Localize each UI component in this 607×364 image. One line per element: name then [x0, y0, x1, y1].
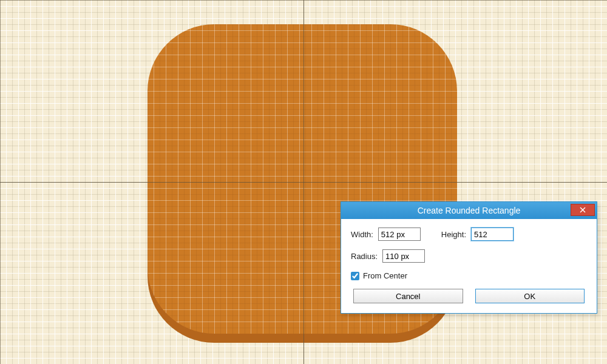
radius-label: Radius: — [351, 252, 378, 261]
grid-axis-horizontal — [0, 182, 607, 183]
from-center-label: From Center — [363, 271, 407, 280]
radius-row: Radius: — [351, 249, 587, 263]
radius-input[interactable] — [382, 249, 425, 263]
dialog-body: Width: Height: Radius: From Center Cance… — [341, 219, 597, 313]
dialog-button-row: Cancel OK — [351, 289, 587, 306]
ok-button[interactable]: OK — [475, 289, 585, 303]
dialog-title: Create Rounded Rectangle — [341, 206, 597, 215]
from-center-checkbox[interactable] — [351, 272, 359, 280]
height-label: Height: — [441, 230, 466, 239]
width-input[interactable] — [378, 228, 421, 241]
create-rounded-rectangle-dialog: Create Rounded Rectangle Width: Height: … — [341, 201, 597, 314]
dialog-titlebar[interactable]: Create Rounded Rectangle — [341, 202, 597, 219]
close-button[interactable] — [571, 204, 595, 216]
cancel-button[interactable]: Cancel — [353, 289, 463, 303]
from-center-row: From Center — [351, 271, 587, 280]
height-input[interactable] — [471, 228, 514, 241]
close-icon — [580, 207, 586, 213]
size-row: Width: Height: — [351, 228, 587, 241]
width-label: Width: — [351, 230, 373, 239]
